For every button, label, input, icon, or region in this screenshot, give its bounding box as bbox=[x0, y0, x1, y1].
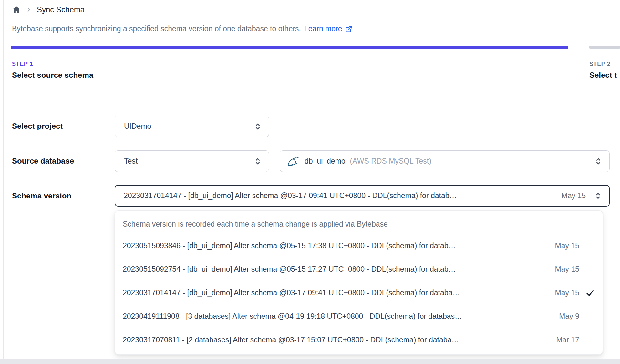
learn-more-link[interactable]: Learn more bbox=[304, 25, 353, 33]
schema-version-option[interactable]: 20230419111908 - [3 databases] Alter sch… bbox=[115, 305, 603, 328]
intro-line: Bytebase supports synchronizing a specif… bbox=[12, 25, 353, 33]
schema-version-date: May 15 bbox=[556, 191, 586, 200]
database-select-name: db_ui_demo bbox=[305, 157, 346, 166]
step1-title: Select source schema bbox=[12, 71, 93, 80]
schema-version-option-selected[interactable]: 20230317014147 - [db_ui_demo] Alter sche… bbox=[115, 281, 603, 305]
selector-updown-icon bbox=[253, 122, 262, 131]
sync-schema-page: Sync Schema Bytebase supports synchroniz… bbox=[0, 0, 620, 364]
source-database-label: Source database bbox=[12, 157, 74, 166]
schema-version-option[interactable]: 20230317070811 - [2 databases] Alter sch… bbox=[115, 328, 603, 352]
mysql-dolphin-icon bbox=[287, 156, 299, 167]
schema-version-value: 20230317014147 - [db_ui_demo] Alter sche… bbox=[124, 191, 457, 200]
schema-version-label: Schema version bbox=[12, 191, 71, 200]
step1-progress-bar bbox=[11, 46, 568, 49]
database-select[interactable]: db_ui_demo (AWS RDS MySQL Test) bbox=[280, 150, 610, 172]
select-project-label: Select project bbox=[12, 122, 63, 131]
schema-version-dropdown: Schema version is recorded each time a s… bbox=[115, 210, 603, 355]
option-text: 20230419111908 - [3 databases] Alter sch… bbox=[123, 312, 462, 321]
option-date: May 9 bbox=[553, 312, 579, 321]
intro-text: Bytebase supports synchronizing a specif… bbox=[12, 25, 301, 33]
environment-select-value: Test bbox=[124, 157, 253, 166]
step2-title: Select t bbox=[589, 71, 617, 80]
option-date: May 15 bbox=[549, 265, 579, 274]
external-link-icon bbox=[345, 25, 353, 33]
page-title: Sync Schema bbox=[37, 5, 85, 14]
bottom-section-edge bbox=[0, 359, 620, 364]
breadcrumb: Sync Schema bbox=[12, 5, 85, 14]
database-select-detail: (AWS RDS MySQL Test) bbox=[350, 157, 431, 166]
option-text: 20230317014147 - [db_ui_demo] Alter sche… bbox=[123, 288, 460, 297]
check-icon bbox=[579, 288, 595, 298]
environment-select[interactable]: Test bbox=[115, 150, 269, 172]
schema-version-option[interactable]: 20230515093846 - [db_ui_demo] Alter sche… bbox=[115, 234, 603, 258]
project-select-value: UIDemo bbox=[124, 122, 253, 131]
step1-label: STEP 1 bbox=[12, 61, 33, 67]
step2-label: STEP 2 bbox=[589, 61, 610, 67]
option-text: 20230515093846 - [db_ui_demo] Alter sche… bbox=[123, 241, 456, 250]
option-date: May 15 bbox=[549, 288, 579, 297]
schema-version-select[interactable]: 20230317014147 - [db_ui_demo] Alter sche… bbox=[115, 185, 610, 207]
page-left-divider bbox=[3, 0, 4, 364]
home-icon[interactable] bbox=[12, 5, 21, 14]
selector-updown-icon bbox=[594, 191, 603, 200]
option-date: Mar 17 bbox=[550, 336, 579, 344]
option-text: 20230515092754 - [db_ui_demo] Alter sche… bbox=[123, 265, 456, 274]
option-text: 20230317070811 - [2 databases] Alter sch… bbox=[123, 336, 459, 344]
project-select[interactable]: UIDemo bbox=[115, 116, 269, 137]
schema-version-option[interactable]: 20230515092754 - [db_ui_demo] Alter sche… bbox=[115, 258, 603, 281]
step2-progress-bar bbox=[589, 46, 620, 49]
dropdown-note: Schema version is recorded each time a s… bbox=[115, 214, 603, 234]
learn-more-label: Learn more bbox=[304, 25, 342, 33]
selector-updown-icon bbox=[594, 157, 603, 166]
option-date: May 15 bbox=[549, 241, 579, 250]
chevron-right-icon bbox=[26, 7, 32, 13]
selector-updown-icon bbox=[253, 157, 262, 166]
